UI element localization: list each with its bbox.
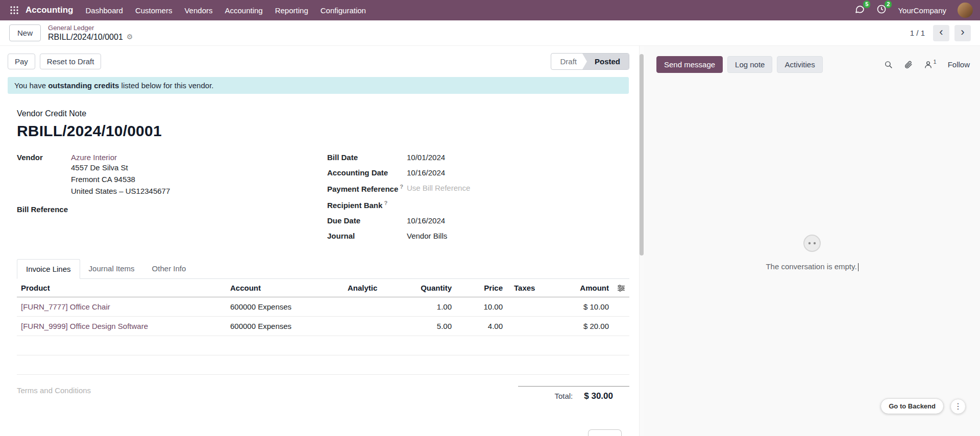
chatter-empty-state: The conversation is empty. — [644, 234, 980, 271]
menu-customers[interactable]: Customers — [129, 0, 179, 20]
total-label: Total: — [554, 392, 573, 400]
cutoff-element — [588, 429, 622, 436]
pager-next-button[interactable]: › — [954, 25, 971, 41]
gear-icon[interactable]: ⚙ — [127, 33, 133, 41]
follow-button[interactable]: Follow — [948, 60, 970, 69]
kebab-menu-icon[interactable]: ⋮ — [950, 399, 966, 414]
document-type-label: Vendor Credit Note — [17, 109, 629, 118]
payment-reference-label: Payment Reference? — [327, 184, 407, 193]
user-avatar[interactable] — [958, 3, 973, 18]
col-header-taxes: Taxes — [507, 279, 573, 297]
bill-date-label: Bill Date — [327, 153, 407, 162]
vendor-label: Vendor — [17, 153, 71, 197]
new-button[interactable]: New — [9, 24, 41, 41]
go-to-backend-button[interactable]: Go to Backend — [880, 398, 944, 414]
accounting-date-field[interactable]: 10/16/2024 — [407, 168, 445, 177]
table-header-row: Product Account Analytic Quantity Price … — [17, 279, 629, 297]
empty-conversation-text: The conversation is empty. — [766, 262, 856, 271]
log-note-button[interactable]: Log note — [727, 56, 772, 73]
outstanding-credits-alert: You have outstanding credits listed belo… — [8, 77, 629, 94]
journal-label: Journal — [327, 232, 407, 240]
product-link[interactable]: [FURN_7777] Office Chair — [21, 302, 110, 311]
price-cell: 4.00 — [456, 322, 507, 330]
activities-badge: 2 — [885, 1, 892, 8]
form-sheet: Vendor Credit Note RBILL/2024/10/0001 Ve… — [0, 94, 644, 401]
col-header-product: Product — [17, 279, 226, 297]
breadcrumb-parent-link[interactable]: General Ledger — [48, 24, 133, 32]
chatter-panel: Send message Log note Activities — [644, 46, 980, 436]
due-date-field[interactable]: 10/16/2024 — [407, 216, 445, 225]
product-link[interactable]: [FURN_9999] Office Design Software — [21, 322, 148, 330]
text-cursor — [858, 263, 859, 271]
column-settings-icon[interactable] — [613, 279, 629, 297]
amount-cell: $ 20.00 — [573, 322, 613, 330]
pay-button[interactable]: Pay — [8, 54, 35, 69]
menu-reporting[interactable]: Reporting — [269, 0, 314, 20]
top-navbar: Accounting Dashboard Customers Vendors A… — [0, 0, 980, 20]
document-title: RBILL/2024/10/0001 — [17, 122, 629, 140]
pager: 1 / 1 ‹ › — [910, 25, 971, 41]
menu-accounting[interactable]: Accounting — [218, 0, 268, 20]
form-scrollbar-thumb[interactable] — [640, 54, 644, 255]
control-bar: New General Ledger RBILL/2024/10/0001 ⚙ … — [0, 20, 980, 46]
send-message-button[interactable]: Send message — [656, 56, 723, 73]
col-header-amount: Amount — [573, 279, 613, 297]
col-header-account: Account — [226, 279, 344, 297]
topbar-right: 5 2 YourCompany — [854, 3, 973, 18]
paperclip-icon[interactable] — [904, 60, 913, 69]
form-panel: Pay Reset to Draft Draft Posted You have… — [0, 46, 644, 436]
help-icon: ? — [400, 184, 403, 190]
followers-icon[interactable]: 1 — [924, 60, 937, 69]
quantity-cell: 1.00 — [410, 302, 456, 311]
invoice-lines-table: Product Account Analytic Quantity Price … — [17, 279, 629, 375]
notebook-tabs: Invoice Lines Journal Items Other Info — [17, 259, 629, 279]
pager-prev-button[interactable]: ‹ — [933, 25, 949, 41]
tab-journal-items[interactable]: Journal Items — [80, 259, 143, 278]
breadcrumb: General Ledger RBILL/2024/10/0001 ⚙ — [48, 24, 133, 42]
bill-reference-label: Bill Reference — [17, 205, 71, 214]
company-name[interactable]: YourCompany — [898, 6, 946, 15]
menu-vendors[interactable]: Vendors — [178, 0, 218, 20]
quantity-cell: 5.00 — [410, 322, 456, 330]
menu-dashboard[interactable]: Dashboard — [80, 0, 129, 20]
tab-other-info[interactable]: Other Info — [143, 259, 195, 278]
col-header-quantity: Quantity — [410, 279, 456, 297]
form-scrollbar-track — [639, 46, 644, 436]
payment-reference-field[interactable]: Use Bill Reference — [407, 184, 470, 193]
terms-placeholder[interactable]: Terms and Conditions — [17, 386, 91, 395]
reset-to-draft-button[interactable]: Reset to Draft — [40, 54, 102, 69]
fields-left-column: Vendor Azure Interior 4557 De Silva St F… — [17, 153, 327, 247]
empty-conversation-icon — [802, 246, 822, 254]
vendor-address-line: Fremont CA 94538 — [71, 173, 170, 185]
tab-invoice-lines[interactable]: Invoice Lines — [17, 259, 80, 279]
col-header-price: Price — [456, 279, 507, 297]
search-icon[interactable] — [884, 60, 893, 69]
alert-text: You have — [14, 81, 48, 90]
alert-bold-text: outstanding credits — [48, 81, 119, 90]
messages-button[interactable]: 5 — [854, 4, 865, 16]
amount-cell: $ 10.00 — [573, 302, 613, 311]
table-row[interactable]: [FURN_9999] Office Design Software 60000… — [17, 317, 629, 336]
vendor-address-line: 4557 De Silva St — [71, 162, 170, 173]
bill-date-field[interactable]: 10/01/2024 — [407, 153, 445, 162]
journal-field[interactable]: Vendor Bills — [407, 232, 447, 240]
price-cell: 10.00 — [456, 302, 507, 311]
top-menu: Dashboard Customers Vendors Accounting R… — [80, 0, 372, 20]
menu-configuration[interactable]: Configuration — [314, 0, 372, 20]
app-name[interactable]: Accounting — [26, 5, 74, 15]
activities-button-chatter[interactable]: Activities — [777, 56, 822, 73]
apps-menu-icon[interactable] — [7, 3, 21, 17]
activities-button[interactable]: 2 — [876, 4, 887, 16]
statusbar: Draft Posted — [551, 53, 629, 70]
messages-badge: 5 — [863, 1, 870, 8]
table-row[interactable]: [FURN_7777] Office Chair 600000 Expenses… — [17, 297, 629, 317]
form-header: Pay Reset to Draft Draft Posted — [0, 46, 644, 74]
accounting-date-label: Accounting Date — [327, 168, 407, 177]
followers-count: 1 — [934, 59, 937, 65]
status-step-draft[interactable]: Draft — [551, 54, 585, 69]
total-value: $ 30.00 — [584, 391, 613, 401]
vendor-link[interactable]: Azure Interior — [71, 153, 117, 162]
recipient-bank-label: Recipient Bank? — [327, 200, 407, 210]
main-content: Pay Reset to Draft Draft Posted You have… — [0, 46, 980, 436]
status-step-posted[interactable]: Posted — [582, 54, 629, 69]
